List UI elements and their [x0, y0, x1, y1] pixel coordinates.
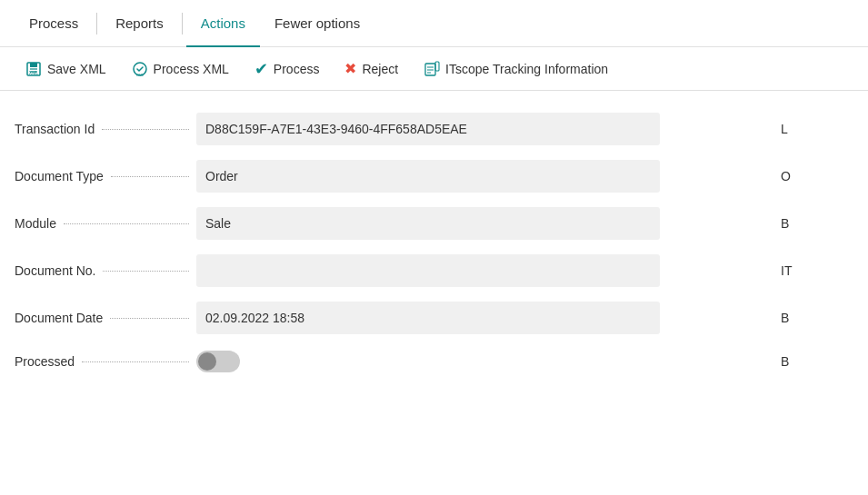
dotted-line-4 [103, 271, 189, 272]
reject-label: Reject [362, 62, 398, 76]
document-no-row: Document No. IT [0, 247, 868, 294]
reject-icon: ✖ [344, 60, 356, 77]
reject-button[interactable]: ✖ Reject [334, 54, 409, 83]
dotted-line-5 [110, 318, 189, 319]
processed-toggle[interactable] [196, 351, 240, 372]
itscope-button[interactable]: ITscope Tracking Information [413, 55, 619, 83]
processed-label: Processed [15, 354, 75, 369]
top-nav: Process Reports Actions Fewer options [0, 0, 868, 47]
nav-divider-2 [182, 13, 183, 35]
tab-reports-label: Reports [115, 15, 164, 31]
tab-process-label: Process [29, 15, 78, 31]
svg-rect-1 [30, 63, 37, 67]
itscope-icon [424, 61, 440, 77]
document-no-input[interactable] [196, 254, 660, 287]
save-xml-button[interactable]: XML Save XML [15, 55, 117, 83]
process-xml-label: Process XML [154, 62, 229, 76]
document-no-label-group: Document No. [15, 263, 196, 278]
document-date-label-group: Document Date [15, 311, 196, 325]
processed-row: Processed B [0, 342, 868, 381]
module-input[interactable] [196, 207, 660, 240]
document-date-row: Document Date B [0, 294, 868, 342]
dotted-line-3 [64, 223, 189, 224]
svg-text:XML: XML [29, 70, 39, 75]
module-label: Module [15, 216, 56, 231]
document-type-right: O [781, 169, 853, 183]
document-no-field-area [196, 254, 766, 287]
save-xml-label: Save XML [47, 62, 106, 76]
document-date-right: B [781, 311, 853, 325]
module-row: Module B [0, 200, 868, 247]
transaction-id-label-group: Transaction Id [15, 122, 196, 136]
transaction-id-label: Transaction Id [15, 122, 95, 136]
processed-field-area [196, 351, 766, 372]
toggle-knob [198, 352, 216, 371]
document-type-label-group: Document Type [15, 169, 196, 183]
module-label-group: Module [15, 216, 196, 231]
transaction-id-field-area [196, 113, 766, 145]
process-xml-icon: XML [132, 61, 148, 77]
tab-actions-label: Actions [201, 15, 245, 31]
module-field-area [196, 207, 766, 240]
transaction-id-input[interactable] [196, 113, 660, 145]
tab-actions[interactable]: Actions [186, 0, 260, 47]
svg-text:XML: XML [135, 73, 144, 77]
document-type-field-area [196, 160, 766, 193]
document-type-input[interactable] [196, 160, 660, 193]
processed-right: B [781, 354, 853, 369]
document-date-label: Document Date [15, 311, 103, 325]
transaction-id-right: L [781, 122, 853, 136]
itscope-label: ITscope Tracking Information [445, 62, 608, 76]
check-icon: ✔ [254, 59, 268, 79]
dotted-line-6 [82, 361, 189, 362]
toolbar: XML Save XML XML Process XML ✔ Process ✖… [0, 47, 868, 91]
save-xml-icon: XML [25, 61, 42, 77]
document-date-input[interactable] [196, 302, 660, 334]
document-type-row: Document Type O [0, 153, 868, 200]
dotted-line-1 [102, 129, 189, 130]
process-xml-button[interactable]: XML Process XML [121, 55, 240, 83]
form-content: Transaction Id L Document Type O Module … [0, 91, 868, 396]
process-button[interactable]: ✔ Process [244, 54, 331, 84]
tab-reports[interactable]: Reports [101, 0, 178, 47]
tab-process[interactable]: Process [15, 0, 93, 47]
document-type-label: Document Type [15, 169, 104, 183]
process-label: Process [274, 62, 320, 76]
module-right: B [781, 216, 853, 231]
transaction-id-row: Transaction Id L [0, 105, 868, 153]
tab-fewer-options[interactable]: Fewer options [260, 0, 374, 47]
processed-label-group: Processed [15, 354, 196, 369]
nav-divider [96, 13, 97, 35]
document-no-right: IT [781, 263, 853, 278]
tab-fewer-options-label: Fewer options [274, 15, 360, 31]
document-date-field-area [196, 302, 766, 334]
dotted-line-2 [111, 176, 189, 177]
document-no-label: Document No. [15, 263, 95, 278]
